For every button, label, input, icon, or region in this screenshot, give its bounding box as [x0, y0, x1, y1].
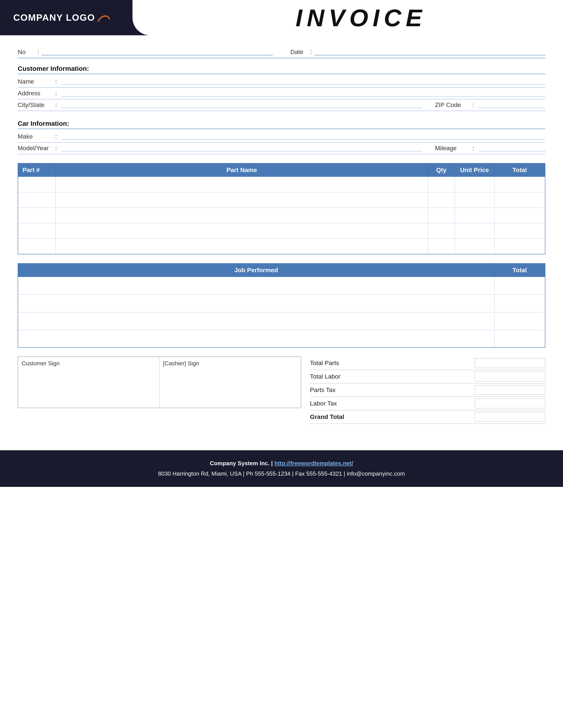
customer-city-row: City/State : ZIP Code :	[18, 99, 545, 111]
part-unit-price[interactable]	[455, 177, 494, 192]
table-row	[18, 223, 545, 239]
footer-address: 8030 Harrington Rd, Miami, USA | Ph 555-…	[4, 469, 559, 479]
footer-line1: Company System Inc. | http://freewordtem…	[4, 458, 559, 469]
job-performed[interactable]	[18, 312, 494, 330]
part-name[interactable]	[55, 223, 428, 239]
part-num[interactable]	[18, 192, 55, 208]
car-mileage-label: Mileage	[435, 145, 470, 152]
car-make-colon: :	[55, 133, 57, 140]
part-num[interactable]	[18, 223, 55, 239]
customer-zip-label: ZIP Code	[435, 101, 470, 109]
job-table: Job Performed Total	[18, 263, 545, 348]
part-num[interactable]	[18, 239, 55, 254]
customer-address-label: Address	[18, 90, 53, 97]
part-name[interactable]	[55, 192, 428, 208]
date-label: Date	[290, 49, 308, 56]
total-labor-label: Total Labor	[310, 373, 350, 380]
part-name[interactable]	[55, 239, 428, 254]
parts-col-qty: Qty	[428, 163, 455, 177]
job-col-total: Total	[494, 263, 545, 277]
total-parts-value[interactable]	[475, 358, 545, 368]
part-qty[interactable]	[428, 239, 455, 254]
grand-total-label: Grand Total	[310, 413, 350, 420]
car-model-group: Model/Year :	[18, 145, 422, 152]
part-qty[interactable]	[428, 192, 455, 208]
parts-tax-value[interactable]	[475, 385, 545, 395]
total-labor-value[interactable]	[475, 372, 545, 381]
date-field-group: Date :	[290, 49, 545, 56]
cashier-sign-label: [Cashier] Sign	[163, 360, 199, 367]
part-total[interactable]	[494, 177, 545, 192]
grand-total-value[interactable]	[475, 412, 545, 422]
table-row	[18, 192, 545, 208]
car-make-label: Make	[18, 133, 53, 140]
car-model-label: Model/Year	[18, 145, 53, 152]
header: COMPANY LOGO INVOICE	[0, 0, 563, 35]
footer-separator: |	[271, 460, 274, 467]
parts-table-header-row: Part # Part Name Qty Unit Price Total	[18, 163, 545, 177]
part-unit-price[interactable]	[455, 192, 494, 208]
table-row	[18, 312, 545, 330]
job-table-body	[18, 277, 545, 347]
customer-zip-value[interactable]	[479, 102, 545, 108]
main-content: No : Date : Customer Information: Name :…	[0, 35, 563, 433]
part-unit-price[interactable]	[455, 239, 494, 254]
car-make-value[interactable]	[61, 133, 545, 140]
car-model-colon: :	[55, 145, 57, 152]
part-total[interactable]	[494, 208, 545, 223]
footer: Company System Inc. | http://freewordtem…	[0, 450, 563, 487]
footer-website-link[interactable]: http://freewordtemplates.net/	[274, 460, 353, 467]
table-row	[18, 208, 545, 223]
logo-area: COMPANY LOGO	[0, 0, 132, 35]
customer-city-colon: :	[55, 101, 57, 109]
customer-name-value[interactable]	[61, 79, 545, 85]
total-parts-row: Total Parts	[310, 356, 545, 370]
part-name[interactable]	[55, 177, 428, 192]
customer-name-group: Name :	[18, 78, 545, 85]
no-field-group: No :	[18, 49, 273, 56]
parts-table-section: Part # Part Name Qty Unit Price Total	[18, 163, 545, 254]
logo-label: COMPANY LOGO	[13, 12, 95, 23]
customer-name-row: Name :	[18, 76, 545, 88]
part-unit-price[interactable]	[455, 208, 494, 223]
job-total[interactable]	[494, 330, 545, 347]
cashier-sign-box[interactable]: [Cashier] Sign	[159, 357, 301, 408]
job-total[interactable]	[494, 277, 545, 295]
car-mileage-colon: :	[473, 145, 474, 152]
part-total[interactable]	[494, 239, 545, 254]
part-total[interactable]	[494, 223, 545, 239]
grand-total-row: Grand Total	[310, 410, 545, 424]
part-qty[interactable]	[428, 223, 455, 239]
part-num[interactable]	[18, 177, 55, 192]
customer-city-group: City/State :	[18, 101, 422, 109]
part-unit-price[interactable]	[455, 223, 494, 239]
car-mileage-value[interactable]	[479, 145, 545, 151]
job-performed[interactable]	[18, 295, 494, 312]
job-total[interactable]	[494, 295, 545, 312]
top-fields-row: No : Date :	[18, 49, 545, 58]
customer-sign-label: Customer Sign	[22, 360, 60, 367]
footer-company-name: Company System Inc.	[210, 460, 269, 467]
customer-address-value[interactable]	[61, 90, 545, 96]
job-performed[interactable]	[18, 277, 494, 295]
date-colon: :	[310, 49, 312, 56]
part-qty[interactable]	[428, 177, 455, 192]
job-total[interactable]	[494, 312, 545, 330]
part-num[interactable]	[18, 208, 55, 223]
logo-text: COMPANY LOGO	[13, 12, 110, 23]
invoice-title: INVOICE	[296, 4, 426, 32]
part-name[interactable]	[55, 208, 428, 223]
totals-area: Total Parts Total Labor Parts Tax Labor …	[310, 356, 545, 424]
customer-sign-box[interactable]: Customer Sign	[18, 357, 159, 408]
job-performed[interactable]	[18, 330, 494, 347]
title-area: INVOICE	[159, 0, 563, 35]
part-qty[interactable]	[428, 208, 455, 223]
car-model-value[interactable]	[61, 145, 422, 151]
total-labor-row: Total Labor	[310, 370, 545, 383]
labor-tax-value[interactable]	[475, 399, 545, 408]
customer-city-label: City/State	[18, 101, 53, 109]
part-total[interactable]	[494, 192, 545, 208]
customer-city-value[interactable]	[61, 102, 422, 108]
table-row	[18, 239, 545, 254]
labor-tax-label: Labor Tax	[310, 400, 350, 407]
